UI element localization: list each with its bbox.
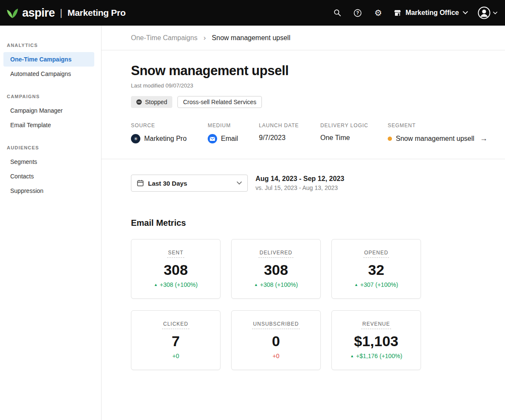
sidebar-item-segments[interactable]: Segments: [3, 155, 94, 169]
metric-change-text: +0: [273, 353, 279, 359]
metric-card-delivered: DELIVERED 308 ▲ +308 (+100%): [231, 239, 321, 299]
status-badge-label: Stopped: [145, 99, 167, 105]
asterisk-glyph: ✳: [134, 136, 137, 142]
metric-value: $1,103: [354, 333, 398, 350]
metric-change: ▲ +307 (+100%): [354, 281, 398, 288]
up-triangle-icon: ▲: [254, 283, 258, 287]
metric-change: ▲ +308 (+100%): [254, 281, 298, 288]
sidebar-section-audiences: AUDIENCES Segments Contacts Suppression: [0, 145, 101, 198]
metric-change-text: +307 (+100%): [360, 281, 398, 288]
metric-change-text: +$1,176 (+100%): [356, 353, 402, 359]
search-button[interactable]: [332, 7, 343, 18]
stopped-icon: [136, 99, 142, 105]
comparison-range-text: vs. Jul 15, 2023 - Aug 13, 2023: [255, 184, 344, 191]
detail-value: Email: [208, 134, 259, 143]
detail-launch-date: LAUNCH DATE 9/7/2023: [259, 122, 320, 143]
breadcrumb: One-Time Campaigns › Snow management ups…: [102, 26, 505, 50]
sidebar-item-automated-campaigns[interactable]: Automated Campaigns: [3, 67, 94, 81]
metric-card-revenue: REVENUE $1,103 ▲ +$1,176 (+100%): [331, 310, 421, 370]
settings-button[interactable]: ⚙: [373, 7, 384, 18]
badges-row: Stopped Cross-sell Related Services: [131, 96, 488, 108]
metrics-grid: SENT 308 ▲ +308 (+100%) DELIVERED 308 ▲ …: [131, 239, 488, 370]
date-range-display: Aug 14, 2023 - Sep 12, 2023 vs. Jul 15, …: [255, 175, 344, 191]
date-range-selected: Last 30 Days: [148, 180, 232, 187]
detail-label: SOURCE: [131, 122, 208, 128]
search-icon: [333, 9, 342, 17]
campaign-tag-badge: Cross-sell Related Services: [177, 96, 262, 108]
metric-value: 32: [368, 262, 384, 278]
sidebar-item-contacts[interactable]: Contacts: [3, 169, 94, 184]
sidebar-item-one-time-campaigns[interactable]: One-Time Campaigns: [3, 52, 94, 67]
topbar: aspire | Marketing Pro ? ⚙: [0, 0, 505, 26]
chevron-down-icon: [493, 12, 497, 15]
arrow-right-icon[interactable]: →: [480, 134, 488, 143]
campaign-header: Snow management upsell Last modified 09/…: [102, 50, 505, 159]
avatar-icon: [477, 6, 491, 20]
storefront-icon: [393, 9, 402, 17]
sidebar-section-analytics: ANALYTICS One-Time Campaigns Automated C…: [0, 43, 101, 81]
metrics-heading: Email Metrics: [131, 218, 488, 228]
email-icon: [208, 134, 217, 143]
topbar-actions: ? ⚙ Marketing Office: [332, 6, 497, 20]
detail-label: LAUNCH DATE: [259, 122, 320, 128]
breadcrumb-parent-link[interactable]: One-Time Campaigns: [131, 34, 197, 42]
detail-segment: SEGMENT Snow management upsell →: [388, 122, 488, 143]
segment-link[interactable]: Snow management upsell →: [388, 134, 488, 143]
chevron-down-icon: [237, 181, 242, 185]
up-triangle-icon: ▲: [354, 283, 358, 287]
metric-change-text: +308 (+100%): [160, 281, 198, 288]
sidebar: ANALYTICS One-Time Campaigns Automated C…: [0, 26, 102, 420]
brand-divider: |: [60, 7, 63, 18]
metric-card-unsubscribed: UNSUBSCRIBED 0 +0: [231, 310, 321, 370]
metric-value: 7: [172, 333, 180, 350]
metric-value: 308: [264, 262, 288, 278]
medium-value-text: Email: [221, 135, 238, 143]
segment-status-dot: [388, 137, 392, 141]
help-icon: ?: [353, 9, 362, 18]
gear-icon: ⚙: [374, 9, 382, 17]
metric-card-sent: SENT 308 ▲ +308 (+100%): [131, 239, 221, 299]
section-title-analytics: ANALYTICS: [0, 43, 101, 48]
metric-change: +0: [273, 353, 279, 359]
help-button[interactable]: ?: [352, 7, 363, 18]
detail-source: SOURCE ✳ Marketing Pro: [131, 122, 208, 143]
metric-change: +0: [172, 353, 179, 359]
metric-change-text: +308 (+100%): [260, 281, 298, 288]
detail-label: SEGMENT: [388, 122, 488, 128]
detail-value: ✳ Marketing Pro: [131, 134, 208, 143]
marketing-pro-icon: ✳: [131, 134, 140, 143]
calendar-icon: [137, 180, 144, 187]
metric-value: 0: [272, 333, 280, 350]
segment-name-text: Snow management upsell: [396, 135, 474, 143]
breadcrumb-current: Snow management upsell: [212, 34, 290, 42]
sidebar-item-suppression[interactable]: Suppression: [3, 184, 94, 198]
sidebar-item-campaign-manager[interactable]: Campaign Manager: [3, 103, 94, 118]
sidebar-section-campaigns: CAMPAIGNS Campaign Manager Email Templat…: [0, 94, 101, 132]
metric-label: REVENUE: [361, 321, 391, 329]
sidebar-item-email-template[interactable]: Email Template: [3, 118, 94, 132]
metric-change-text: +0: [172, 353, 179, 359]
brand-product-text: Marketing Pro: [67, 8, 125, 18]
main-content: One-Time Campaigns › Snow management ups…: [102, 26, 505, 420]
metric-label: CLICKED: [162, 321, 189, 329]
metric-value: 308: [164, 262, 188, 278]
metric-label: DELIVERED: [258, 250, 293, 258]
metric-label: UNSUBSCRIBED: [252, 321, 299, 329]
analytics-section: Last 30 Days Aug 14, 2023 - Sep 12, 2023…: [102, 159, 505, 370]
source-value-text: Marketing Pro: [144, 135, 187, 143]
up-triangle-icon: ▲: [350, 354, 354, 358]
date-range-dropdown[interactable]: Last 30 Days: [131, 175, 248, 192]
detail-value: One Time: [320, 134, 388, 142]
campaign-details-row: SOURCE ✳ Marketing Pro MEDIUM: [131, 122, 488, 143]
chevron-down-icon: [463, 11, 468, 15]
account-menu[interactable]: [477, 6, 497, 20]
office-selector[interactable]: Marketing Office: [393, 9, 468, 17]
detail-value: 9/7/2023: [259, 134, 320, 142]
launch-date-text: 9/7/2023: [259, 134, 285, 142]
delivery-logic-text: One Time: [320, 134, 350, 142]
campaign-tag-label: Cross-sell Related Services: [183, 99, 256, 105]
brand-logo: aspire | Marketing Pro: [6, 6, 125, 20]
metric-label: OPENED: [363, 250, 389, 258]
section-title-audiences: AUDIENCES: [0, 145, 101, 150]
brand-aspire-text: aspire: [22, 6, 55, 20]
